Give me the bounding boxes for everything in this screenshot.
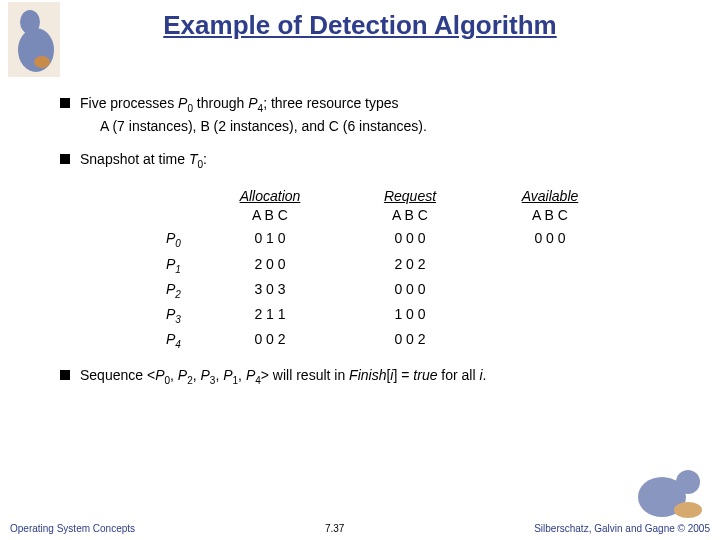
row2-avail [480, 280, 620, 301]
b2-text-a: Snapshot at time [80, 151, 189, 167]
b2-t: T [189, 151, 198, 167]
bullet-sequence: Sequence <P0, P2, P3, P1, P4> will resul… [60, 366, 690, 387]
footer-left: Operating System Concepts [10, 523, 135, 534]
row3-proc: P [166, 306, 175, 322]
footer-authors: Silberschatz, Galvin and Gagne [534, 523, 677, 534]
b1-line2: A (7 instances), B (2 instances), and C … [100, 117, 690, 136]
seq-c3: , [238, 367, 246, 383]
seq-c0: , [170, 367, 178, 383]
bullet-square-icon [60, 98, 70, 108]
row1-avail [480, 255, 620, 276]
b1-p4: P [248, 95, 257, 111]
subhead-abc-3: A B C [480, 206, 620, 225]
seq-p4: P [246, 367, 255, 383]
seq-b: > will result in [261, 367, 349, 383]
subhead-abc-1: A B C [200, 206, 340, 225]
row1-proc-sub: 1 [175, 263, 181, 274]
seq-p1: P [178, 367, 187, 383]
svg-point-6 [674, 502, 702, 518]
row1-alloc: 2 0 0 [200, 255, 340, 276]
bullet-square-icon [60, 154, 70, 164]
row4-proc-sub: 4 [175, 339, 181, 350]
row3-req: 1 0 0 [340, 305, 480, 326]
row0-proc-sub: 0 [175, 238, 181, 249]
row0-proc: P [166, 230, 175, 246]
page-title: Example of Detection Algorithm [0, 0, 720, 41]
svg-point-5 [676, 470, 700, 494]
svg-point-2 [20, 10, 40, 34]
row4-proc: P [166, 331, 175, 347]
content-area: Five processes P0 through P4; three reso… [60, 80, 690, 391]
row2-proc: P [166, 281, 175, 297]
seq-end: for all [437, 367, 479, 383]
seq-dot: . [483, 367, 487, 383]
footer-right: Silberschatz, Galvin and Gagne © 2005 [534, 523, 710, 534]
row4-avail [480, 330, 620, 351]
dinosaur-mascot-bottom-right [632, 462, 714, 522]
bullet-snapshot: Snapshot at time T0: [60, 150, 690, 171]
b1-text-a: Five processes [80, 95, 178, 111]
table-row: P3 2 1 1 1 0 0 [160, 305, 690, 326]
seq-true: true [413, 367, 437, 383]
b1-text-b: through [193, 95, 248, 111]
seq-p3: P [223, 367, 232, 383]
seq-finish: Finish [349, 367, 386, 383]
svg-point-3 [34, 56, 50, 68]
col-request: Request [340, 187, 480, 206]
footer-copyright: © 2005 [678, 523, 710, 534]
col-allocation: Allocation [200, 187, 340, 206]
row3-avail [480, 305, 620, 326]
table-row: P0 0 1 0 0 0 0 0 0 0 [160, 229, 690, 250]
row2-req: 0 0 0 [340, 280, 480, 301]
row1-req: 2 0 2 [340, 255, 480, 276]
b2-text-b: : [203, 151, 207, 167]
seq-br2: ] = [393, 367, 413, 383]
row4-req: 0 0 2 [340, 330, 480, 351]
subhead-abc-2: A B C [340, 206, 480, 225]
table-row: P1 2 0 0 2 0 2 [160, 255, 690, 276]
bullet-square-icon [60, 370, 70, 380]
col-available: Available [480, 187, 620, 206]
row0-req: 0 0 0 [340, 229, 480, 250]
bullet-five-processes: Five processes P0 through P4; three reso… [60, 94, 690, 136]
b1-text-c: ; three resource types [263, 95, 398, 111]
dinosaur-mascot-top-left [8, 2, 60, 77]
row2-proc-sub: 2 [175, 289, 181, 300]
table-row: P2 3 0 3 0 0 0 [160, 280, 690, 301]
row4-alloc: 0 0 2 [200, 330, 340, 351]
seq-a: Sequence < [80, 367, 155, 383]
seq-c1: , [193, 367, 201, 383]
row3-alloc: 2 1 1 [200, 305, 340, 326]
slide-footer: Operating System Concepts 7.37 Silbersch… [10, 523, 710, 534]
row3-proc-sub: 3 [175, 314, 181, 325]
allocation-table: Allocation Request Available A B C A B C… [160, 187, 690, 351]
footer-page-number: 7.37 [135, 523, 534, 534]
seq-p2: P [201, 367, 210, 383]
table-row: P4 0 0 2 0 0 2 [160, 330, 690, 351]
b1-p0: P [178, 95, 187, 111]
row2-alloc: 3 0 3 [200, 280, 340, 301]
row0-avail: 0 0 0 [480, 229, 620, 250]
row1-proc: P [166, 256, 175, 272]
row0-alloc: 0 1 0 [200, 229, 340, 250]
